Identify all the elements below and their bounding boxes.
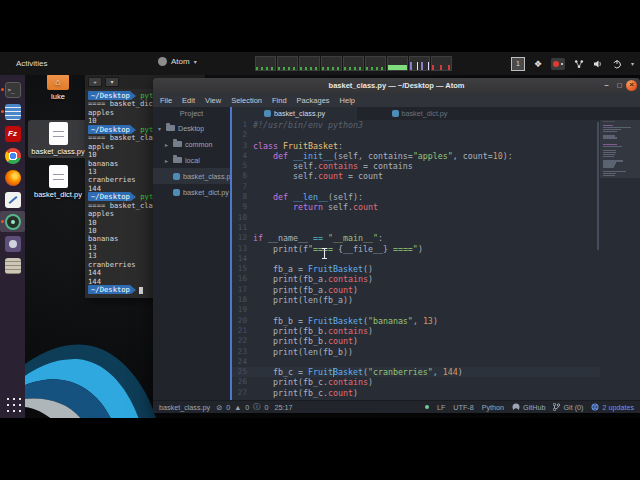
activities-button[interactable]: Activities (16, 59, 48, 68)
show-applications-button[interactable] (4, 394, 22, 412)
encoding-indicator[interactable]: UTF-8 (453, 403, 473, 412)
folder-icon: ⌂ (47, 74, 69, 90)
code-line-12[interactable]: 12if __name__ == "__main__": (232, 233, 640, 243)
code-line-14[interactable]: 14 (232, 254, 640, 264)
code-line-25[interactable]: 25 fb_c = FruitBasket("cranberries", 144… (232, 367, 640, 377)
workspace-indicator[interactable]: 1 (511, 57, 525, 71)
menu-packages[interactable]: Packages (292, 96, 335, 105)
code-line-10[interactable]: 10 (232, 213, 640, 223)
line-number: 13 (232, 244, 247, 254)
menu-file[interactable]: File (155, 96, 177, 105)
network-icon[interactable] (574, 59, 584, 69)
code-editor[interactable]: 1#!/usr/bin/env python323class FruitBask… (232, 120, 640, 400)
code-line-13[interactable]: 13 print(f"==== {__file__} ====") (232, 244, 640, 254)
dock-item-terminal[interactable]: >_ (0, 79, 25, 100)
code-line-21[interactable]: 21 print(fb_b.contains) (232, 326, 640, 336)
updates-badge[interactable]: 2 updates (591, 403, 634, 412)
code-line-20[interactable]: 20 fb_b = FruitBasket("bananas", 13) (232, 316, 640, 326)
dropbox-icon[interactable]: ❖ (534, 58, 542, 70)
code-line-17[interactable]: 17 print(fb_a.count) (232, 285, 640, 295)
maximize-button[interactable]: ▢ (614, 80, 625, 91)
terminal-tab-dropdown-button[interactable]: ▾ (105, 77, 119, 87)
memory-graph (387, 56, 408, 71)
line-ending-indicator[interactable]: LF (437, 403, 445, 412)
code-line-4[interactable]: 4 def __init__(self, contains="apples", … (232, 151, 640, 161)
close-button[interactable]: × (626, 80, 637, 91)
minimize-button[interactable]: – (601, 80, 612, 91)
code-line-5[interactable]: 5 self.contains = contains (232, 161, 640, 171)
code-line-23[interactable]: 23 print(len(fb_b)) (232, 347, 640, 357)
code-line-27[interactable]: 27 print(fb_c.count) (232, 388, 640, 398)
menu-selection[interactable]: Selection (226, 96, 267, 105)
code-line-6[interactable]: 6 self.count = count (232, 171, 640, 181)
code-line-3[interactable]: 3class FruitBasket: (232, 141, 640, 151)
text-editor-icon (5, 104, 21, 120)
menu-view[interactable]: View (200, 96, 226, 105)
code-line-19[interactable]: 19 (232, 305, 640, 315)
dock-item-firefox[interactable] (0, 167, 25, 188)
code-line-9[interactable]: 9 return self.count (232, 202, 640, 212)
minimap[interactable] (600, 120, 640, 400)
volume-icon[interactable] (593, 59, 603, 69)
code-line-15[interactable]: 15 fb_a = FruitBasket() (232, 264, 640, 274)
dock-item-atom[interactable] (0, 211, 25, 232)
line-number: 6 (232, 171, 247, 181)
grammar-indicator[interactable]: Python (482, 403, 504, 412)
diagnostics[interactable]: ⊘ 0 ▲ 0 ⓘ 0 (216, 402, 268, 412)
dock-item-chrome[interactable] (0, 145, 25, 166)
cursor-position[interactable]: 25:17 (274, 403, 292, 412)
tree-view[interactable]: Project ▾Desktop▸common▸localbasket_clas… (153, 107, 230, 400)
dock-item-video[interactable] (0, 233, 25, 254)
code-text: def __len__(self): (253, 192, 363, 202)
tree-item-Desktop[interactable]: ▾Desktop (153, 120, 230, 136)
code-line-2[interactable]: 2 (232, 130, 640, 140)
text-cursor (333, 368, 334, 377)
dock-item-text-editor[interactable] (0, 101, 25, 122)
system-monitor-applet[interactable] (255, 56, 452, 71)
code-line-7[interactable]: 7 (232, 182, 640, 192)
code-line-22[interactable]: 22 print(fb_b.count) (232, 336, 640, 346)
line-number: 7 (232, 182, 247, 192)
line-number: 16 (232, 274, 247, 284)
cpu-graph (343, 56, 364, 71)
menu-find[interactable]: Find (267, 96, 292, 105)
desktop-icon-luke[interactable]: ⌂luke (28, 74, 88, 101)
editor-scrollbar[interactable] (597, 122, 599, 250)
code-line-24[interactable]: 24 (232, 357, 640, 367)
code-line-1[interactable]: 1#!/usr/bin/env python3 (232, 120, 640, 130)
code-line-8[interactable]: 8 def __len__(self): (232, 192, 640, 202)
power-icon[interactable] (612, 59, 622, 69)
desktop-icon-basket_class.py[interactable]: basket_class.py (28, 120, 88, 158)
status-bar-right: LF UTF-8 Python GitHub Git (0) 2 updates (425, 403, 634, 412)
dock-item-filezilla[interactable]: Fz (0, 123, 25, 144)
running-indicator (1, 220, 4, 223)
tree-item-basket_class.py[interactable]: basket_class.py (153, 168, 230, 184)
code-line-18[interactable]: 18 print(len(fb_a)) (232, 295, 640, 305)
tree-item-common[interactable]: ▸common (153, 136, 230, 152)
app-menu[interactable]: Atom ▾ (158, 57, 197, 66)
screen-recorder-icon[interactable] (551, 58, 565, 70)
desktop-icon-basket_dict.py[interactable]: basket_dict.py (28, 165, 88, 199)
filezilla-icon: Fz (5, 126, 21, 142)
status-file-name[interactable]: basket_class.py (159, 403, 210, 412)
title-bar[interactable]: basket_class.py — ~/Desktop — Atom – ▢ × (153, 78, 640, 93)
code-text: print(len(fb_b)) (253, 347, 353, 357)
dock-item-notes[interactable] (0, 189, 25, 210)
git-status[interactable]: Git (0) (553, 403, 583, 412)
line-number: 3 (232, 141, 247, 151)
tree-item-basket_dict.py[interactable]: basket_dict.py (153, 184, 230, 200)
menu-edit[interactable]: Edit (177, 96, 200, 105)
tab-basket_class.py[interactable]: basket_class.py (232, 107, 357, 120)
menu-help[interactable]: Help (335, 96, 360, 105)
tab-basket_dict.py[interactable]: basket_dict.py (357, 107, 482, 120)
tree-item-local[interactable]: ▸local (153, 152, 230, 168)
github-status[interactable]: GitHub (512, 403, 545, 412)
code-line-26[interactable]: 26 print(fb_c.contains) (232, 377, 640, 387)
terminal-command: pyt (136, 192, 153, 201)
tray-chevron-icon[interactable]: ▾ (631, 60, 634, 67)
line-number: 5 (232, 161, 247, 171)
code-line-11[interactable]: 11 (232, 223, 640, 233)
code-line-16[interactable]: 16 print(fb_a.contains) (232, 274, 640, 284)
dock-item-docs[interactable] (0, 255, 25, 276)
terminal-new-tab-button[interactable]: + (88, 77, 102, 87)
